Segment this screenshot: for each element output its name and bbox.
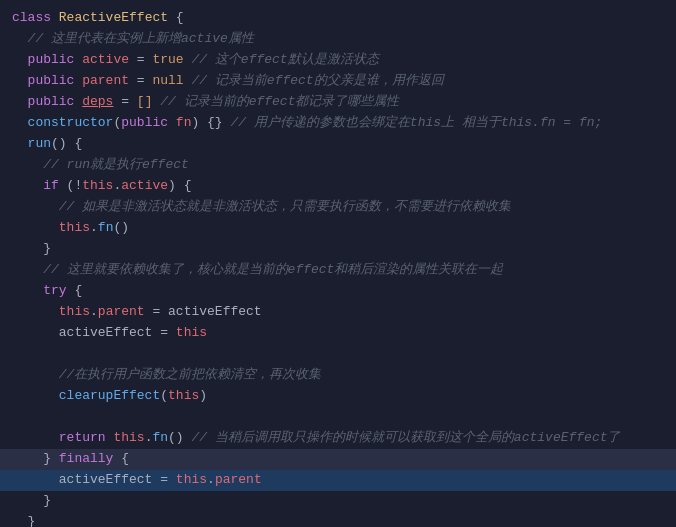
comment-7: // 如果是非激活状态就是非激活状态，只需要执行函数，不需要进行依赖收集: [12, 197, 511, 218]
prop-active-2: active: [121, 176, 168, 197]
punct-dot1: .: [113, 176, 121, 197]
code-line-18: //在执行用户函数之前把依赖清空，再次收集: [0, 365, 676, 386]
code-line-20: return this.fn() // 当稍后调用取只操作的时候就可以获取到这个…: [0, 428, 676, 449]
punct-fn-call-2: (): [168, 428, 191, 449]
code-line-6: constructor(public fn) {} // 用户传递的参数也会绑定…: [0, 113, 676, 134]
punct-fn-call-1: (): [113, 218, 129, 239]
code-editor: class ReactiveEffect { // 这里代表在实例上新增acti…: [0, 0, 676, 527]
prop-parent-2: parent: [98, 302, 145, 323]
comment-9: //在执行用户函数之前把依赖清空，再次收集: [12, 365, 321, 386]
comment-10: // 当稍后调用取只操作的时候就可以获取到这个全局的activeEffect了: [191, 428, 620, 449]
code-line-13: // 这里就要依赖收集了，核心就是当前的effect和稍后渲染的属性关联在一起: [0, 260, 676, 281]
kw-public-2: public: [12, 71, 82, 92]
code-line-3: public active = true // 这个effect默认是激活状态: [0, 50, 676, 71]
comment-8: // 这里就要依赖收集了，核心就是当前的effect和稍后渲染的属性关联在一起: [12, 260, 503, 281]
comment-6: // run就是执行effect: [12, 155, 189, 176]
punct-try-brace: {: [74, 281, 82, 302]
prop-fn: fn: [176, 113, 192, 134]
punct-dot2: .: [90, 218, 98, 239]
kw-constructor: constructor: [12, 113, 113, 134]
code-line-7: run() {: [0, 134, 676, 155]
class-name: ReactiveEffect: [59, 8, 176, 29]
code-line-5: public deps = [] // 记录当前的effect都记录了哪些属性: [0, 92, 676, 113]
punct-eq4: =: [145, 302, 168, 323]
code-line-14: try {: [0, 281, 676, 302]
code-line-12: }: [0, 239, 676, 260]
punct-paren1: (: [113, 113, 121, 134]
kw-public-fn: public: [121, 113, 176, 134]
punct-if-paren: (!: [67, 176, 83, 197]
punct-finally-brace: {: [113, 449, 129, 470]
bool-arr: []: [137, 92, 153, 113]
kw-public-3: public: [12, 92, 82, 113]
fn-run: run: [12, 134, 51, 155]
punct-dot4: .: [145, 428, 153, 449]
this-6: this: [113, 428, 144, 449]
code-line-10: // 如果是非激活状态就是非激活状态，只需要执行函数，不需要进行依赖收集: [0, 197, 676, 218]
this-3: this: [12, 302, 90, 323]
punct-eq3: =: [113, 92, 136, 113]
punct-if-close: ) {: [168, 176, 191, 197]
punct-dot5: .: [207, 470, 215, 491]
punct-brace: {: [176, 8, 184, 29]
kw-finally: finally: [59, 449, 114, 470]
punct-close-finally: }: [12, 491, 51, 512]
kw-try: try: [12, 281, 74, 302]
this-1: this: [82, 176, 113, 197]
prop-parent: parent: [82, 71, 129, 92]
code-line-4: public parent = null // 记录当前effect的父亲是谁，…: [0, 71, 676, 92]
comment-3: // 记录当前effect的父亲是谁，用作返回: [184, 71, 444, 92]
this-5: this: [168, 386, 199, 407]
var-activeEffect-1: activeEffect: [168, 302, 262, 323]
prop-deps: deps: [82, 92, 113, 113]
punct-dot3: .: [90, 302, 98, 323]
code-line-2: // 这里代表在实例上新增active属性: [0, 29, 676, 50]
fn-call-clearup: clearupEffect: [12, 386, 160, 407]
kw-return: return: [12, 428, 113, 449]
code-line-8: // run就是执行effect: [0, 155, 676, 176]
fn-call-2: fn: [152, 428, 168, 449]
keyword-class: class: [12, 8, 59, 29]
comment-2: // 这个effect默认是激活状态: [184, 50, 379, 71]
prop-parent-3: parent: [215, 470, 262, 491]
punct-paren2: ) {}: [191, 113, 230, 134]
var-activeEffect-3: activeEffect: [12, 470, 152, 491]
code-line-19: clearupEffect(this): [0, 386, 676, 407]
this-7: this: [176, 470, 207, 491]
fn-call-1: fn: [98, 218, 114, 239]
bool-true: true: [152, 50, 183, 71]
code-line-22: activeEffect = this.parent: [0, 470, 676, 491]
code-line-17: [0, 344, 676, 365]
code-line-23: }: [0, 491, 676, 512]
punct-eq1: =: [129, 50, 152, 71]
this-2: this: [12, 218, 90, 239]
punct-close-if: }: [12, 239, 51, 260]
comment-5: // 用户传递的参数也会绑定在this上 相当于this.fn = fn;: [230, 113, 602, 134]
punct-eq2: =: [129, 71, 152, 92]
punct-close-run: }: [12, 512, 35, 527]
kw-if: if: [12, 176, 67, 197]
code-line-24: }: [0, 512, 676, 527]
punct-eq6: =: [152, 470, 175, 491]
punct-run-paren: () {: [51, 134, 82, 155]
code-line-11: this.fn(): [0, 218, 676, 239]
code-line-1: class ReactiveEffect {: [0, 8, 676, 29]
code-line-empty: [0, 407, 676, 428]
code-line-9: if (!this.active) {: [0, 176, 676, 197]
code-line-21: } finally {: [0, 449, 676, 470]
comment-4: // 记录当前的effect都记录了哪些属性: [152, 92, 399, 113]
punct-clearup-paren: (: [160, 386, 168, 407]
kw-public-1: public: [12, 50, 82, 71]
punct-eq5: =: [152, 323, 175, 344]
punct-close-try: }: [12, 449, 59, 470]
code-line-15: this.parent = activeEffect: [0, 302, 676, 323]
bool-null: null: [152, 71, 183, 92]
prop-active: active: [82, 50, 129, 71]
this-4: this: [176, 323, 207, 344]
var-activeEffect-2: activeEffect: [12, 323, 152, 344]
comment-1: // 这里代表在实例上新增active属性: [12, 29, 254, 50]
punct-clearup-close: ): [199, 386, 207, 407]
code-line-16: activeEffect = this: [0, 323, 676, 344]
